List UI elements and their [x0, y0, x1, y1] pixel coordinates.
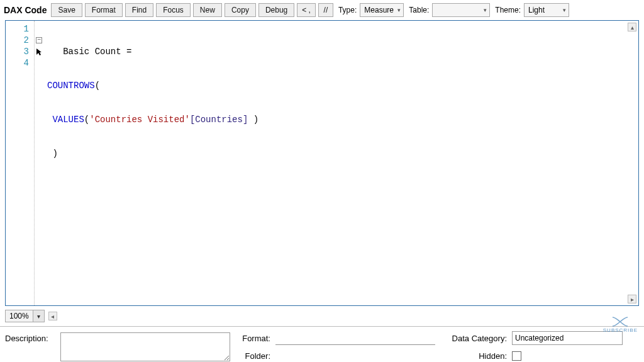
find-button[interactable]: Find: [125, 3, 153, 17]
chevron-down-icon: ▾: [484, 7, 487, 13]
zoom-bar: 100% ▾ ◂: [0, 308, 644, 324]
theme-dropdown[interactable]: Light ▾: [524, 3, 569, 17]
measure-name: Basic Count: [63, 47, 121, 57]
format-input[interactable]: [275, 331, 435, 345]
line-number: 2: [8, 35, 33, 46]
less-than-button[interactable]: < ,: [297, 3, 316, 17]
app-title: DAX Code: [4, 5, 47, 15]
type-label: Type:: [338, 6, 357, 14]
line-number: 1: [8, 23, 33, 35]
debug-button[interactable]: Debug: [258, 3, 294, 17]
chevron-down-icon: ▾: [397, 7, 401, 13]
comment-button[interactable]: //: [318, 3, 333, 17]
fold-column: −: [35, 21, 43, 305]
properties-bar: Description: Format: Data Category: Fold…: [0, 326, 644, 362]
table-dropdown[interactable]: ▾: [432, 3, 490, 17]
zoom-value[interactable]: 100%: [5, 310, 33, 322]
scroll-left-icon[interactable]: ◂: [48, 312, 57, 320]
hidden-label: Hidden:: [440, 351, 507, 361]
cursor-icon: [36, 48, 42, 55]
chevron-down-icon: ▾: [563, 7, 566, 13]
scroll-up-icon[interactable]: ▴: [628, 23, 636, 31]
toolbar: DAX Code Save Format Find Focus New Copy…: [0, 0, 644, 20]
fold-toggle-icon[interactable]: −: [36, 37, 42, 43]
dax-function: VALUES: [52, 115, 84, 125]
focus-button[interactable]: Focus: [156, 3, 191, 17]
code-editor[interactable]: 1 2 3 4 − Basic Count = COUNTROWS( VALUE…: [5, 20, 639, 306]
theme-label: Theme:: [495, 6, 521, 14]
theme-value: Light: [528, 6, 545, 14]
line-number-gutter: 1 2 3 4: [6, 21, 35, 305]
type-dropdown[interactable]: Measure ▾: [360, 3, 404, 17]
line-number: 4: [8, 57, 33, 69]
zoom-dropdown-button[interactable]: ▾: [33, 310, 45, 322]
line-number: 3: [8, 46, 33, 57]
code-area[interactable]: Basic Count = COUNTROWS( VALUES('Countri…: [43, 21, 638, 305]
svg-marker-0: [36, 48, 42, 55]
format-label: Format:: [235, 334, 270, 343]
data-category-label: Data Category:: [440, 334, 507, 343]
column-ref: [Countries]: [190, 115, 248, 125]
dax-function: COUNTROWS: [47, 81, 95, 91]
type-value: Measure: [364, 6, 394, 14]
folder-input[interactable]: [275, 349, 435, 362]
data-category-input[interactable]: [512, 331, 623, 345]
hidden-checkbox[interactable]: [512, 351, 521, 361]
description-input[interactable]: [60, 332, 230, 361]
save-button[interactable]: Save: [51, 3, 82, 17]
folder-label: Folder:: [235, 351, 270, 361]
scroll-right-icon[interactable]: ▸: [628, 295, 636, 303]
copy-button[interactable]: Copy: [225, 3, 256, 17]
table-label: Table:: [409, 6, 429, 14]
format-button[interactable]: Format: [85, 3, 123, 17]
description-label: Description:: [5, 334, 55, 343]
table-ref: 'Countries Visited': [89, 115, 190, 125]
new-button[interactable]: New: [193, 3, 222, 17]
